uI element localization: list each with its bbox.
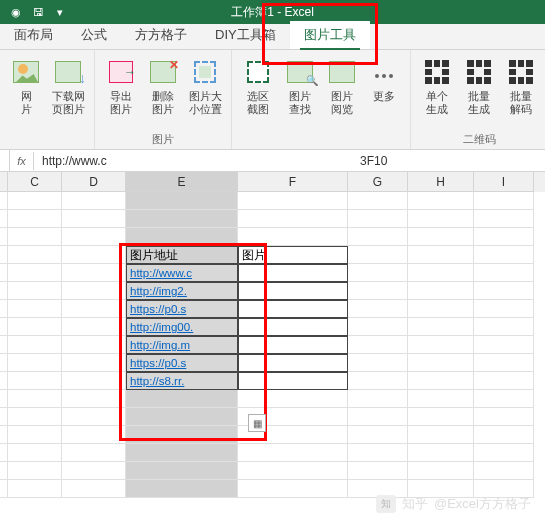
cell[interactable] bbox=[62, 480, 126, 498]
btn-web-pic[interactable]: 网 片 bbox=[6, 54, 46, 145]
cell[interactable] bbox=[8, 480, 62, 498]
cell[interactable] bbox=[348, 228, 408, 246]
cell[interactable]: http://s8.rr. bbox=[126, 372, 238, 390]
cell[interactable] bbox=[62, 372, 126, 390]
cell[interactable] bbox=[8, 462, 62, 480]
cell[interactable] bbox=[408, 426, 474, 444]
btn-download-web-pic[interactable]: 下载网 页图片 bbox=[48, 54, 88, 145]
cell[interactable]: http://www.c bbox=[126, 264, 238, 282]
cell[interactable] bbox=[8, 444, 62, 462]
cell[interactable] bbox=[0, 210, 8, 228]
btn-delete-image[interactable]: 删除 图片 bbox=[143, 54, 183, 130]
btn-region-screenshot[interactable]: 选区 截图 bbox=[238, 54, 278, 145]
cell[interactable] bbox=[348, 336, 408, 354]
cell[interactable] bbox=[0, 462, 8, 480]
cell[interactable] bbox=[0, 426, 8, 444]
cell[interactable]: http://img00. bbox=[126, 318, 238, 336]
cell[interactable] bbox=[408, 282, 474, 300]
cell[interactable] bbox=[0, 354, 8, 372]
cell[interactable] bbox=[348, 282, 408, 300]
cell[interactable] bbox=[474, 264, 534, 282]
cell[interactable] bbox=[474, 408, 534, 426]
btn-image-size-pos[interactable]: 图片大 小位置 bbox=[185, 54, 225, 130]
cell[interactable] bbox=[0, 228, 8, 246]
cell[interactable] bbox=[8, 300, 62, 318]
cell[interactable] bbox=[474, 192, 534, 210]
cell[interactable] bbox=[0, 282, 8, 300]
col-header-f[interactable]: F bbox=[238, 172, 348, 192]
tab-ffgz[interactable]: 方方格子 bbox=[121, 21, 201, 49]
tab-layout[interactable]: 面布局 bbox=[0, 21, 67, 49]
cell[interactable] bbox=[408, 336, 474, 354]
cell[interactable] bbox=[408, 372, 474, 390]
btn-image-search[interactable]: 图片 查找 bbox=[280, 54, 320, 145]
cell[interactable] bbox=[62, 426, 126, 444]
cell[interactable] bbox=[8, 336, 62, 354]
cell[interactable] bbox=[408, 228, 474, 246]
cell[interactable] bbox=[348, 390, 408, 408]
cell[interactable] bbox=[348, 246, 408, 264]
formula-bar-value[interactable]: http://www.c 3F10 bbox=[34, 154, 545, 168]
cell[interactable] bbox=[0, 390, 8, 408]
cell[interactable] bbox=[348, 192, 408, 210]
cell[interactable] bbox=[126, 192, 238, 210]
cell[interactable] bbox=[238, 318, 348, 336]
cell[interactable] bbox=[348, 426, 408, 444]
tab-formulas[interactable]: 公式 bbox=[67, 21, 121, 49]
qat-dropdown-icon[interactable]: ▾ bbox=[52, 4, 68, 20]
cell[interactable] bbox=[408, 264, 474, 282]
col-header-g[interactable]: G bbox=[348, 172, 408, 192]
cell[interactable]: http://img.m bbox=[126, 336, 238, 354]
cell[interactable] bbox=[0, 408, 8, 426]
tab-diy[interactable]: DIY工具箱 bbox=[201, 21, 290, 49]
col-header-h[interactable]: H bbox=[408, 172, 474, 192]
cell[interactable] bbox=[238, 282, 348, 300]
cell[interactable] bbox=[0, 444, 8, 462]
cell[interactable] bbox=[474, 318, 534, 336]
cell[interactable] bbox=[408, 246, 474, 264]
cell[interactable] bbox=[238, 264, 348, 282]
cell[interactable] bbox=[474, 354, 534, 372]
cell[interactable] bbox=[408, 192, 474, 210]
cell[interactable] bbox=[408, 462, 474, 480]
cell[interactable] bbox=[126, 480, 238, 498]
cell[interactable] bbox=[408, 318, 474, 336]
cell[interactable] bbox=[474, 462, 534, 480]
cell[interactable] bbox=[348, 372, 408, 390]
cell[interactable] bbox=[238, 390, 348, 408]
cell[interactable] bbox=[62, 318, 126, 336]
cell[interactable] bbox=[348, 318, 408, 336]
btn-image-preview[interactable]: 图片 阅览 bbox=[322, 54, 362, 145]
cell[interactable] bbox=[348, 444, 408, 462]
cell[interactable] bbox=[474, 372, 534, 390]
col-header-d[interactable]: D bbox=[62, 172, 126, 192]
cell[interactable] bbox=[62, 192, 126, 210]
cell[interactable] bbox=[126, 408, 238, 426]
cell[interactable] bbox=[0, 372, 8, 390]
cell[interactable] bbox=[408, 408, 474, 426]
cell[interactable] bbox=[238, 372, 348, 390]
cell[interactable] bbox=[8, 264, 62, 282]
cell[interactable]: 图片 bbox=[238, 246, 348, 264]
cell[interactable] bbox=[8, 408, 62, 426]
cell[interactable] bbox=[8, 390, 62, 408]
cell[interactable] bbox=[348, 210, 408, 228]
cell[interactable] bbox=[348, 264, 408, 282]
cell[interactable] bbox=[238, 300, 348, 318]
cell[interactable] bbox=[474, 282, 534, 300]
cell[interactable] bbox=[8, 354, 62, 372]
cell[interactable] bbox=[408, 354, 474, 372]
cell[interactable] bbox=[8, 282, 62, 300]
cell[interactable] bbox=[238, 480, 348, 498]
cell[interactable] bbox=[126, 210, 238, 228]
spreadsheet-grid[interactable]: C D E F G H I 图片地址图片http://www.chttp://i… bbox=[0, 172, 545, 498]
cell[interactable] bbox=[62, 264, 126, 282]
cell[interactable] bbox=[474, 336, 534, 354]
cell[interactable] bbox=[474, 390, 534, 408]
col-header-e[interactable]: E bbox=[126, 172, 238, 192]
cell[interactable] bbox=[62, 408, 126, 426]
cell[interactable] bbox=[408, 390, 474, 408]
cell[interactable] bbox=[62, 210, 126, 228]
cell[interactable] bbox=[126, 426, 238, 444]
cell[interactable] bbox=[0, 480, 8, 498]
